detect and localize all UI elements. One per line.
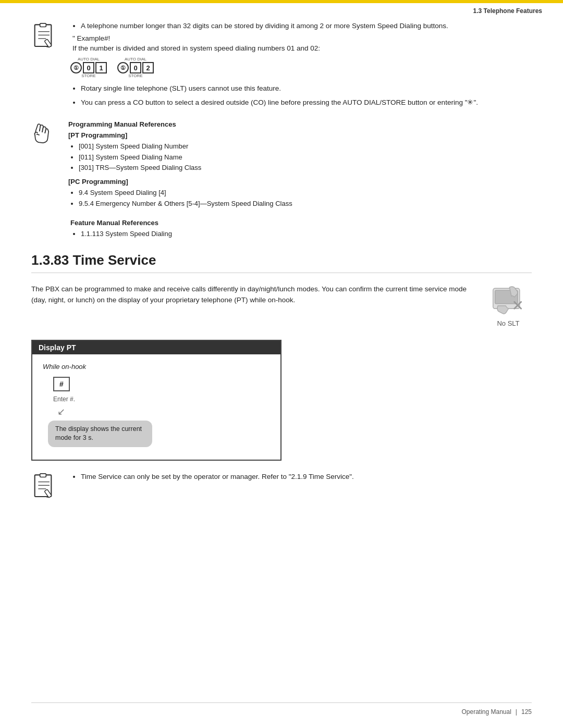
feature-refs-section: Feature Manual References 1.1.113 System… [70,219,532,240]
pt-item: [001] System Speed Dialing Number [79,141,532,152]
bottom-note-section: Time Service can only be set by the oper… [31,471,532,501]
autodial-example: AUTO DIAL ① 0 1 STORE AUTO DIAL ① 0 2 [70,57,532,78]
bottom-note-icon [31,471,60,501]
example-desc: If the number is divided and stored in s… [72,44,532,52]
phone-icon-area: No SLT [485,283,532,327]
header-accent-bar [0,0,563,3]
pc-items-list: 9.4 System Speed Dialing [4] 9.5.4 Emerg… [68,188,532,209]
page-number: 125 [521,708,532,715]
svg-rect-1 [40,23,46,27]
pt-hash-key: # [53,377,70,391]
pt-item: [301] TRS—System Speed Dialing Class [79,163,532,174]
refs-title: Programming Manual References [68,120,532,128]
enter-hash-label: Enter #. [53,396,270,403]
pc-item: 9.5.4 Emergency Number & Others [5-4]—Sy… [79,199,532,209]
display-pt-header: Display PT [32,341,280,354]
refs-content: Programming Manual References [PT Progra… [68,120,532,214]
autodial-btn-2: AUTO DIAL ① 0 2 STORE [117,57,154,78]
display-pt-body: While on-hook # Enter #. ↙ The display s… [32,354,280,460]
note-icon [31,21,60,111]
top-note-section: A telephone number longer than 32 digits… [31,21,532,111]
pc-programming-label: [PC Programming] [68,178,532,186]
section-label: 1.3 Telephone Features [473,7,543,15]
hand-icon [31,120,60,214]
pt-programming-label: [PT Programming] [68,131,532,139]
feat-refs-title: Feature Manual References [70,219,532,227]
pt-hash-key-row: # [53,377,270,391]
no-slt-label: No SLT [497,319,519,327]
bottom-note-text: Time Service can only be set by the oper… [70,471,532,501]
example-label: " Example#! [72,34,532,42]
top-bullets-content: A telephone number longer than 32 digits… [70,21,532,111]
feat-refs-list: 1.1.113 System Speed Dialing [70,229,532,240]
time-service-description: The PBX can be programmed to make and re… [31,283,532,327]
bullet-co: You can press a CO button to select a de… [81,97,532,108]
while-on-hook-label: While on-hook [43,363,270,371]
autodial-btn-1: AUTO DIAL ① 0 1 STORE [70,57,107,78]
pt-items-list: [001] System Speed Dialing Number [011] … [68,141,532,174]
feat-ref-item: 1.1.113 System Speed Dialing [81,229,532,240]
footer-label: Operating Manual [461,708,511,715]
arrow-down-icon: ↙ [57,406,270,417]
svg-rect-12 [40,473,46,477]
display-tooltip: The display shows the current mode for 3… [48,421,152,447]
programming-refs-section: Programming Manual References [PT Progra… [31,120,532,214]
bullet-long-number: A telephone number longer than 32 digits… [81,21,532,31]
pc-item: 9.4 System Speed Dialing [4] [79,188,532,199]
bottom-note-item: Time Service can only be set by the oper… [81,471,532,483]
display-pt-box: Display PT While on-hook # Enter #. ↙ Th… [31,340,282,461]
bullet-slt: Rotary single line telephone (SLT) users… [81,83,532,94]
pt-item: [011] System Speed Dialing Name [79,152,532,163]
time-service-text: The PBX can be programmed to make and re… [31,283,472,327]
section-heading: 1.3.83 Time Service [31,252,532,273]
page-footer: Operating Manual | 125 [31,702,532,715]
